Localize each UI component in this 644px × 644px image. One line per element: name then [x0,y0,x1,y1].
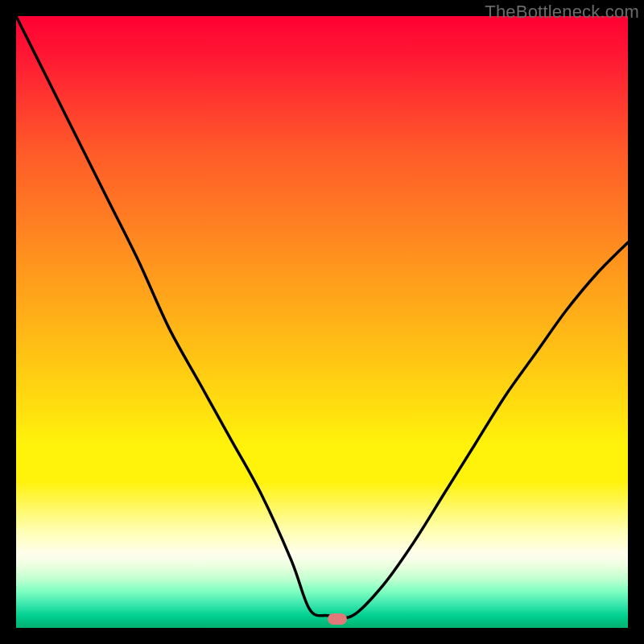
watermark-text: TheBottleneck.com [485,2,639,23]
chart-frame [16,16,628,628]
bottleneck-curve [16,16,628,628]
optimal-marker [328,613,347,625]
